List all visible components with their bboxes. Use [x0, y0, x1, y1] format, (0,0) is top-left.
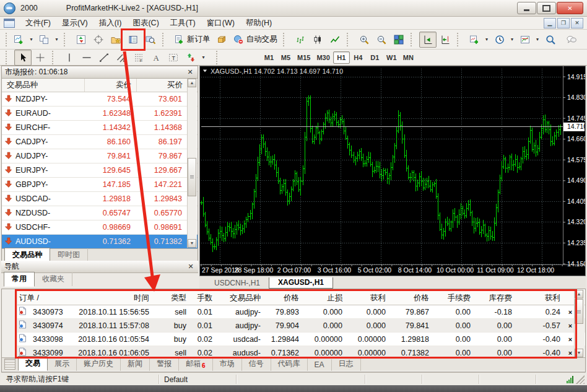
orders-column-5[interactable]: 价格: [264, 293, 303, 303]
market-watch-tab-即时图[interactable]: 即时图: [50, 248, 88, 262]
terminal-tab-日志[interactable]: 日志: [332, 357, 361, 371]
auto-trading-button[interactable]: 自动交易: [230, 32, 280, 48]
terminal-tab-市场[interactable]: 市场: [213, 357, 242, 371]
trendline-button[interactable]: [95, 50, 113, 66]
market-watch-row-cadjpy[interactable]: CADJPY-86.16086.197: [2, 135, 198, 149]
orders-column-7[interactable]: 获利: [346, 293, 389, 303]
search-button[interactable]: [542, 32, 559, 48]
periods-button[interactable]: [491, 32, 508, 48]
scroll-up-icon[interactable]: ▲: [575, 290, 583, 298]
market-watch-row-audjpy[interactable]: AUDJPY-79.84179.867: [2, 149, 198, 163]
market-watch-row-euraud[interactable]: EURAUD-1.623481.62391: [2, 107, 198, 121]
profiles-button[interactable]: [35, 32, 53, 48]
menu-item-0[interactable]: 文件(F): [20, 17, 56, 28]
templates-dropdown[interactable]: ▾: [534, 32, 542, 48]
terminal-tab-新闻[interactable]: 新闻: [121, 357, 150, 371]
timeframe-W1[interactable]: W1: [383, 51, 400, 64]
text-label-button[interactable]: T: [165, 50, 182, 66]
orders-column-8[interactable]: 价格: [389, 293, 433, 303]
scroll-down-icon[interactable]: ▼: [575, 349, 583, 357]
market-watch-row-eurchf[interactable]: EURCHF-1.143421.14368: [2, 121, 198, 135]
chat-button[interactable]: [563, 32, 580, 48]
menu-item-4[interactable]: 工具(T): [165, 17, 201, 28]
vline-button[interactable]: [61, 50, 78, 66]
maximize-button[interactable]: [537, 2, 556, 14]
terminal-tab-交易[interactable]: 交易: [18, 356, 48, 371]
terminal-tab-警报[interactable]: 警报: [150, 357, 179, 371]
orders-column-10[interactable]: 库存费: [474, 293, 516, 303]
orders-column-0[interactable]: 订单 /: [17, 293, 66, 303]
chart-tab-XAGUSDH1[interactable]: XAGUSD-,H1: [269, 277, 333, 289]
menu-item-1[interactable]: 显示(V): [56, 17, 93, 28]
child-restore-button[interactable]: ❐: [557, 18, 570, 28]
crosshair-button[interactable]: [32, 50, 49, 66]
cube-button[interactable]: [213, 32, 230, 48]
timeframe-H4[interactable]: H4: [350, 51, 367, 64]
timeframe-H1[interactable]: H1: [333, 51, 350, 64]
orders-column-1[interactable]: 时间: [66, 293, 153, 303]
menu-item-2[interactable]: 插入(I): [93, 17, 128, 28]
scroll-thumb[interactable]: [575, 299, 583, 324]
terminal-tab-EA[interactable]: EA: [308, 359, 332, 371]
auto-scroll-button[interactable]: [419, 32, 437, 48]
navigator-tab-收藏夹[interactable]: 收藏夹: [35, 272, 72, 286]
order-row-3430973[interactable]: 34309732018.10.11 15:56:55sell0.01audjpy…: [17, 305, 585, 319]
text-button[interactable]: A: [147, 50, 165, 66]
new-chart-button[interactable]: [10, 32, 27, 48]
terminal-button[interactable]: [124, 32, 142, 48]
market-watch-row-usdcad[interactable]: USDCAD-1.298181.29843: [2, 192, 198, 206]
templates-button[interactable]: [516, 32, 534, 48]
tester-button[interactable]: [142, 32, 159, 48]
child-close-button[interactable]: ✕: [571, 18, 583, 28]
resize-grip[interactable]: [576, 375, 585, 384]
navigator-close-icon[interactable]: ✕: [186, 263, 195, 271]
orders-column-2[interactable]: 类型: [153, 293, 190, 303]
profiles-dropdown[interactable]: ▾: [53, 32, 61, 48]
cursor-button[interactable]: [14, 50, 32, 66]
fibonacci-button[interactable]: F: [130, 50, 147, 66]
tile-windows-button[interactable]: [390, 32, 407, 48]
hline-button[interactable]: [78, 50, 95, 66]
arrows-dropdown[interactable]: ▾: [199, 50, 207, 66]
close-button[interactable]: ✕: [557, 2, 583, 14]
menu-item-6[interactable]: 帮助(H): [240, 17, 277, 28]
bars-button[interactable]: [292, 32, 309, 48]
market-watch-row-gbpjpy[interactable]: GBPJPY-147.185147.221: [2, 178, 198, 192]
child-minimize-button[interactable]: ▁: [544, 18, 556, 28]
navigator-button[interactable]: [107, 32, 124, 48]
timeframe-D1[interactable]: D1: [367, 51, 383, 64]
channel-button[interactable]: E: [113, 50, 130, 66]
timeframe-M30[interactable]: M30: [313, 51, 333, 64]
scroll-down-icon[interactable]: ▼: [188, 239, 196, 248]
market-watch-row-audusd[interactable]: AUDUSD-0.713620.71382: [2, 235, 198, 248]
zoom-out-button[interactable]: [373, 32, 390, 48]
minimize-button[interactable]: [517, 2, 536, 14]
market-watch-row-nzdjpy[interactable]: NZDJPY-73.54473.601: [2, 92, 198, 107]
chart-shift-button[interactable]: [437, 32, 454, 48]
scroll-thumb[interactable]: [188, 158, 196, 196]
chart-area[interactable]: 14.91514.83014.74514.66014.57514.49014.4…: [199, 66, 586, 276]
menu-item-5[interactable]: 窗口(W): [201, 17, 240, 28]
market-watch-close-icon[interactable]: ✕: [186, 68, 194, 76]
market-watch-row-eurjpy[interactable]: EURJPY-129.645129.667: [2, 163, 198, 178]
orders-column-6[interactable]: 止损: [303, 293, 346, 303]
terminal-tab-邮箱[interactable]: 邮箱6: [179, 357, 213, 371]
orders-column-3[interactable]: 手数: [190, 293, 216, 303]
terminal-tab-代码库[interactable]: 代码库: [271, 357, 308, 371]
timeframe-MN[interactable]: MN: [400, 51, 417, 64]
orders-column-11[interactable]: 获利: [516, 293, 564, 303]
terminal-tab-展示[interactable]: 展示: [48, 357, 77, 371]
terminal-scrollbar[interactable]: ▲ ▼: [574, 290, 585, 357]
order-row-3430974[interactable]: 34309742018.10.11 15:57:08buy0.01audjpy-…: [17, 319, 585, 333]
status-profile[interactable]: Default: [159, 375, 237, 384]
terminal-tab-信号[interactable]: 信号: [242, 357, 271, 371]
periods-dropdown[interactable]: ▾: [508, 32, 516, 48]
timeframe-M5[interactable]: M5: [277, 51, 294, 64]
scroll-up-icon[interactable]: ▲: [188, 79, 196, 87]
orders-column-4[interactable]: 交易品种: [216, 293, 264, 303]
new-chart-dropdown[interactable]: ▾: [27, 32, 35, 48]
line-chart-button[interactable]: [326, 32, 344, 48]
market-watch-row-usdchf[interactable]: USDCHF-0.986690.98691: [2, 220, 198, 235]
order-row-3433098[interactable]: 34330982018.10.16 01:05:54buy0.02usdcad-…: [17, 333, 585, 346]
data-window-button[interactable]: [90, 32, 107, 48]
